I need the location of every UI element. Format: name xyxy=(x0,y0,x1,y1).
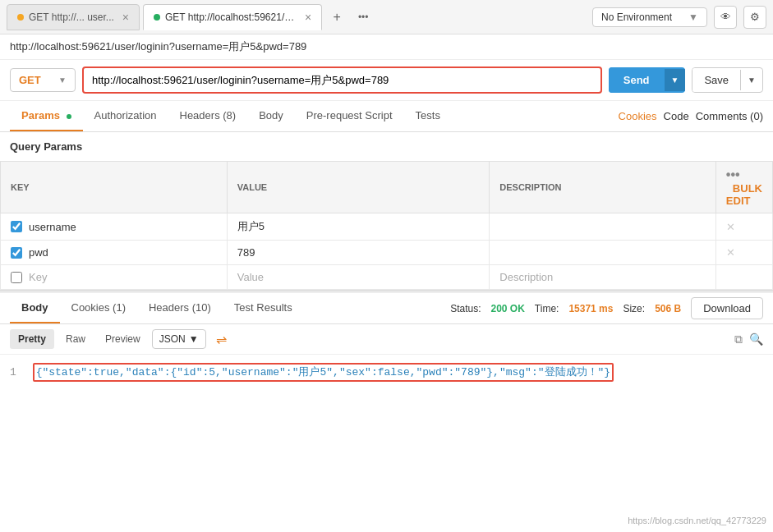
tab-dot-green xyxy=(154,14,160,21)
rb-tab-preview[interactable]: Preview xyxy=(97,329,149,349)
row-value-cell[interactable]: 用户5 xyxy=(227,213,490,241)
query-params-title: Query Params xyxy=(0,132,773,161)
send-button[interactable]: Send xyxy=(609,67,665,93)
method-select[interactable]: GET ▼ xyxy=(10,68,76,92)
code-string: {"state":true,"data":{"id":5,"username":… xyxy=(36,366,611,378)
chevron-down-icon: ▼ xyxy=(688,11,698,23)
format-chevron-icon: ▼ xyxy=(189,333,199,345)
tab-dot-orange xyxy=(17,14,24,21)
request-tabs: Params Authorization Headers (8) Body Pr… xyxy=(0,101,773,132)
tab-tests[interactable]: Tests xyxy=(404,101,452,131)
row-action-cell xyxy=(715,265,772,290)
send-button-group: Send ▼ xyxy=(609,67,686,93)
size-value: 506 B xyxy=(655,303,681,314)
params-dot xyxy=(67,114,71,119)
tab-1[interactable]: GET http://... user... × xyxy=(7,4,140,30)
url-display: http://localhost:59621/user/loginin?user… xyxy=(0,34,773,60)
gear-icon[interactable]: ⚙ xyxy=(743,6,766,29)
response-body-icons: ⧉ 🔍 xyxy=(734,332,763,346)
col-header-key: KEY xyxy=(1,162,228,213)
row-checkbox[interactable] xyxy=(11,221,22,232)
line-number: 1 xyxy=(10,366,16,378)
row-desc-cell[interactable] xyxy=(490,213,716,241)
more-tabs-button[interactable]: ••• xyxy=(352,6,375,29)
new-tab-button[interactable]: + xyxy=(325,6,348,29)
row-value-cell[interactable]: 789 xyxy=(227,241,490,265)
method-arrow-icon: ▼ xyxy=(58,76,67,85)
save-dropdown-button[interactable]: ▼ xyxy=(740,70,762,90)
send-dropdown-button[interactable]: ▼ xyxy=(665,69,686,91)
col-header-value: VALUE xyxy=(227,162,490,213)
row-key-cell: pwd xyxy=(1,241,228,265)
rb-tab-pretty[interactable]: Pretty xyxy=(10,329,54,349)
tab-2-close[interactable]: × xyxy=(305,11,311,24)
tab-prerequest[interactable]: Pre-request Script xyxy=(295,101,404,131)
response-body-tabs: Pretty Raw Preview JSON ▼ ⇌ ⧉ 🔍 xyxy=(0,324,773,355)
row-value-placeholder-cell[interactable]: Value xyxy=(227,265,490,290)
cookies-link[interactable]: Cookies xyxy=(619,110,657,122)
env-label: No Environment xyxy=(601,11,672,23)
more-dots-icon[interactable]: ••• xyxy=(726,167,740,181)
tab-1-label: GET http://... user... xyxy=(29,11,114,23)
search-icon[interactable]: 🔍 xyxy=(749,332,763,346)
method-label: GET xyxy=(19,74,41,86)
top-bar: GET http://... user... × GET http://loca… xyxy=(0,0,773,34)
tab-body[interactable]: Body xyxy=(247,101,295,131)
status-value: 200 OK xyxy=(490,303,524,314)
format-button[interactable]: ⇌ xyxy=(216,332,227,347)
resp-tab-cookies[interactable]: Cookies (1) xyxy=(60,293,137,323)
resp-tab-headers[interactable]: Headers (10) xyxy=(137,293,223,323)
size-label: Size: xyxy=(623,303,645,314)
row-desc-cell[interactable] xyxy=(490,241,716,265)
status-label: Status: xyxy=(450,303,481,314)
rb-tab-raw[interactable]: Raw xyxy=(58,329,94,349)
comments-link[interactable]: Comments (0) xyxy=(696,110,763,122)
row-delete-icon[interactable]: ✕ xyxy=(726,246,735,259)
tab-headers[interactable]: Headers (8) xyxy=(168,101,248,131)
tab-params[interactable]: Params xyxy=(10,101,83,131)
tab-2[interactable]: GET http://localhost:59621/user/logi... … xyxy=(143,4,322,30)
table-row: username 用户5 ✕ xyxy=(1,213,773,241)
time-label: Time: xyxy=(535,303,559,314)
tab-1-close[interactable]: × xyxy=(122,11,129,24)
tab-right-actions: Cookies Code Comments (0) xyxy=(619,110,763,122)
save-button-group: Save ▼ xyxy=(692,67,763,93)
code-area: 1 {"state":true,"data":{"id":5,"username… xyxy=(0,355,773,453)
save-button[interactable]: Save xyxy=(692,68,740,92)
download-button[interactable]: Download xyxy=(691,297,763,319)
request-row: GET ▼ Send ▼ Save ▼ xyxy=(0,60,773,101)
env-bar: No Environment ▼ 👁 ⚙ xyxy=(592,6,766,29)
url-input[interactable] xyxy=(82,66,602,94)
row-key-cell: Key xyxy=(1,265,228,290)
row-checkbox[interactable] xyxy=(11,247,22,259)
row-delete-icon[interactable]: ✕ xyxy=(726,221,735,233)
table-row: Key Value Description xyxy=(1,265,773,290)
format-select[interactable]: JSON ▼ xyxy=(152,329,206,349)
tab-authorization[interactable]: Authorization xyxy=(83,101,168,131)
copy-icon[interactable]: ⧉ xyxy=(734,332,743,346)
row-action-cell: ✕ xyxy=(715,213,772,241)
response-tabs: Body Cookies (1) Headers (10) Test Resul… xyxy=(0,291,773,324)
format-label: JSON xyxy=(159,333,186,345)
col-header-description: DESCRIPTION xyxy=(490,162,716,213)
row-desc-placeholder-cell[interactable]: Description xyxy=(490,265,716,290)
row-checkbox[interactable] xyxy=(11,272,22,283)
url-display-text: http://localhost:59621/user/loginin?user… xyxy=(10,40,306,53)
resp-tab-test-results[interactable]: Test Results xyxy=(223,293,304,323)
col-header-actions: ••• Bulk Edit xyxy=(715,162,772,213)
code-link[interactable]: Code xyxy=(664,110,689,122)
eye-icon[interactable]: 👁 xyxy=(714,6,737,29)
row-action-cell: ✕ xyxy=(715,241,772,265)
time-value: 15371 ms xyxy=(568,303,613,314)
bulk-edit-button[interactable]: Bulk Edit xyxy=(726,182,762,207)
environment-select[interactable]: No Environment ▼ xyxy=(592,7,707,27)
resp-tab-body[interactable]: Body xyxy=(10,293,60,323)
tab-2-label: GET http://localhost:59621/user/logi... xyxy=(165,11,297,23)
params-table: KEY VALUE DESCRIPTION ••• Bulk Edit user… xyxy=(0,161,773,290)
table-row: pwd 789 ✕ xyxy=(1,241,773,265)
response-status-info: Status: 200 OK Time: 15371 ms Size: 506 … xyxy=(450,297,763,319)
row-key-cell: username xyxy=(1,213,228,241)
code-content: {"state":true,"data":{"id":5,"username":… xyxy=(33,363,614,382)
